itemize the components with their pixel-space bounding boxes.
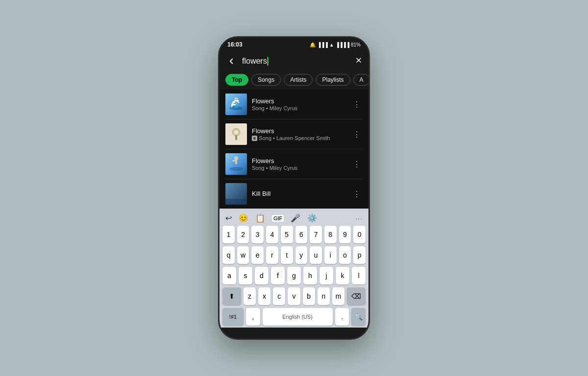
key-i[interactable]: i [324, 246, 337, 264]
key-s[interactable]: s [239, 267, 252, 284]
search-query: flowers [242, 57, 267, 66]
key-6[interactable]: 6 [295, 226, 308, 243]
key-k[interactable]: k [336, 267, 349, 284]
key-0[interactable]: 0 [353, 226, 366, 243]
svg-rect-15 [232, 160, 236, 162]
key-n[interactable]: n [318, 287, 330, 305]
search-input-wrapper[interactable]: flowers [242, 57, 350, 66]
svg-point-9 [234, 130, 238, 134]
key-4[interactable]: 4 [266, 226, 278, 243]
svg-point-3 [229, 106, 243, 110]
result-title-2: Flowers [252, 127, 346, 135]
tab-playlists[interactable]: Playlists [316, 74, 350, 86]
tab-albums[interactable]: A [353, 74, 369, 86]
result-sub-2: E Song • Lauren Spencer Smith [252, 135, 346, 141]
key-2[interactable]: 2 [237, 226, 249, 243]
result-item-4[interactable]: Kill Bill ⋮ [220, 179, 368, 209]
result-info-3: Flowers Song • Miley Cyrus [252, 157, 346, 171]
phone-frame: 16:03 🔔 ▐▐▐ ▲ ▐▐▐▐ 81% flowers Top Songs [218, 36, 370, 340]
undo-icon[interactable]: ↩ [225, 213, 232, 223]
svg-rect-6 [232, 101, 236, 103]
key-y[interactable]: y [295, 246, 308, 264]
wifi-icon: ▲ [329, 42, 334, 47]
key-m[interactable]: m [332, 287, 344, 305]
key-d[interactable]: d [255, 267, 269, 284]
result-title-3: Flowers [252, 157, 346, 164]
keyboard-tool-icons: ↩ 😊 📋 GIF 🎤 ⚙️ [225, 213, 317, 223]
key-w[interactable]: w [237, 246, 249, 264]
result-thumb-4 [225, 183, 247, 205]
keyboard: ↩ 😊 📋 GIF 🎤 ⚙️ ··· 1 2 3 4 5 6 7 8 9 [220, 209, 368, 328]
key-q[interactable]: q [222, 246, 235, 264]
key-e[interactable]: e [251, 246, 264, 264]
back-button[interactable] [225, 55, 237, 67]
filter-tabs: Top Songs Artists Playlists A [220, 71, 368, 90]
key-l[interactable]: l [352, 267, 366, 284]
tab-artists[interactable]: Artists [284, 74, 313, 86]
key-r[interactable]: r [266, 246, 278, 264]
result-item-1[interactable]: Flowers Song • Miley Cyrus ⋮ [220, 90, 368, 119]
zxcv-row: ⬆ z x c v b n m ⌫ [222, 287, 366, 305]
svg-rect-5 [235, 100, 237, 105]
symbol-key[interactable]: !#1 [222, 308, 244, 326]
key-b[interactable]: b [303, 287, 315, 305]
key-v[interactable]: v [288, 287, 300, 305]
signal-bars-icon: ▐▐▐▐ [336, 42, 349, 47]
result-sub-3: Song • Miley Cyrus [252, 165, 346, 171]
gif-icon[interactable]: GIF [272, 215, 284, 222]
settings-icon[interactable]: ⚙️ [307, 213, 317, 223]
more-options-1[interactable]: ⋮ [351, 98, 363, 111]
mic-icon[interactable]: 🎤 [291, 213, 300, 223]
period-key[interactable]: . [335, 308, 349, 326]
result-thumb-3 [225, 153, 247, 175]
keyboard-rows: 1 2 3 4 5 6 7 8 9 0 q w e r t y u i [221, 226, 367, 326]
emoji-icon[interactable]: 😊 [239, 213, 248, 223]
asdf-row: a s d f g h j k l [222, 267, 366, 284]
key-o[interactable]: o [339, 246, 351, 264]
key-j[interactable]: j [319, 267, 333, 284]
tab-top[interactable]: Top [225, 74, 248, 86]
key-7[interactable]: 7 [310, 226, 322, 243]
result-title-4: Kill Bill [252, 190, 346, 197]
notification-icon: 🔔 [310, 42, 316, 47]
search-bar: flowers [220, 51, 368, 71]
result-sub-1: Song • Miley Cyrus [252, 105, 346, 111]
backspace-key[interactable]: ⌫ [347, 287, 366, 305]
more-options-2[interactable]: ⋮ [351, 128, 363, 141]
status-icons: 🔔 ▐▐▐ ▲ ▐▐▐▐ 81% [310, 42, 361, 47]
shift-key[interactable]: ⬆ [222, 287, 241, 305]
key-3[interactable]: 3 [251, 226, 264, 243]
key-9[interactable]: 9 [339, 226, 351, 243]
key-g[interactable]: g [287, 267, 301, 284]
svg-rect-10 [235, 135, 237, 140]
results-list: Flowers Song • Miley Cyrus ⋮ Flowers [220, 90, 368, 209]
key-x[interactable]: x [258, 287, 270, 305]
key-z[interactable]: z [244, 287, 256, 305]
clipboard-icon[interactable]: 📋 [255, 213, 265, 223]
tab-songs[interactable]: Songs [251, 74, 281, 86]
key-p[interactable]: p [353, 246, 366, 264]
key-f[interactable]: f [271, 267, 285, 284]
result-item-2[interactable]: Flowers E Song • Lauren Spencer Smith ⋮ [220, 119, 368, 149]
key-t[interactable]: t [281, 246, 293, 264]
space-key[interactable]: English (US) [263, 308, 333, 326]
more-options-3[interactable]: ⋮ [351, 158, 363, 171]
key-c[interactable]: c [273, 287, 285, 305]
comma-key[interactable]: , [246, 308, 260, 326]
more-tools-icon[interactable]: ··· [355, 214, 363, 222]
key-1[interactable]: 1 [222, 226, 235, 243]
clear-search-button[interactable] [355, 56, 363, 66]
key-h[interactable]: h [303, 267, 317, 284]
status-time: 16:03 [227, 41, 243, 48]
number-row: 1 2 3 4 5 6 7 8 9 0 [222, 226, 366, 243]
key-a[interactable]: a [222, 267, 236, 284]
key-u[interactable]: u [310, 246, 322, 264]
result-title-1: Flowers [252, 97, 346, 105]
search-key[interactable]: 🔍 [351, 308, 366, 326]
keyboard-toolbar: ↩ 😊 📋 GIF 🎤 ⚙️ ··· [221, 212, 367, 226]
key-5[interactable]: 5 [281, 226, 293, 243]
key-8[interactable]: 8 [324, 226, 337, 243]
result-item-3[interactable]: Flowers Song • Miley Cyrus ⋮ [220, 149, 368, 179]
result-info-1: Flowers Song • Miley Cyrus [252, 97, 346, 111]
more-options-4[interactable]: ⋮ [351, 188, 363, 201]
